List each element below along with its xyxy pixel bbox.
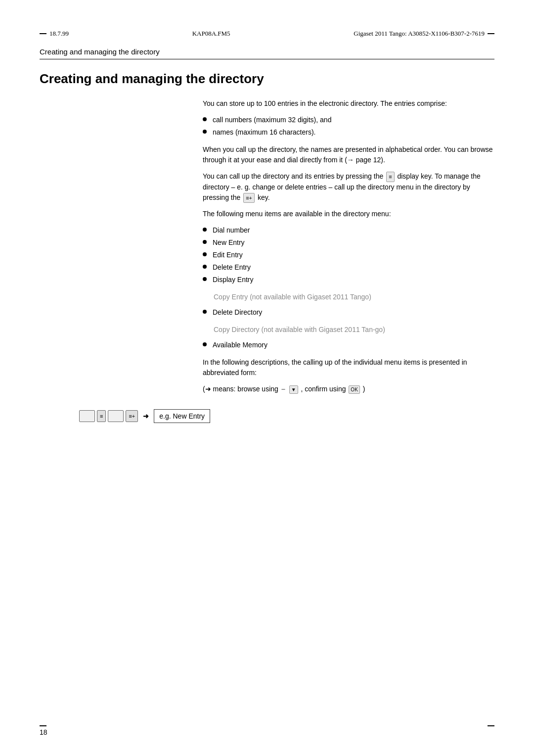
abbrev-note-line: (➜ means: browse using ▼ , confirm using… — [203, 384, 494, 394]
header-rule-left-icon — [40, 33, 46, 34]
list-item: Display Entry — [203, 275, 494, 285]
list-item: names (maximum 16 characters). — [203, 127, 494, 138]
copy-directory-note: Copy Directory (not available with Gigas… — [214, 325, 494, 335]
menu-items-list: Dial number New Entry Edit Entry Delete … — [203, 225, 494, 285]
bullet-icon — [203, 342, 207, 346]
menu-intro-paragraph: The following menu items are available i… — [203, 209, 494, 219]
display-key-btn[interactable]: ≡ — [97, 410, 106, 422]
breadcrumb: Creating and managing the directory — [40, 47, 494, 56]
display-key-icon: ≡ — [386, 172, 394, 182]
page: 18.7.99 KAP08A.FM5 Gigaset 2011 Tango: A… — [0, 0, 534, 756]
abbrev-note-mid: , confirm using — [301, 385, 346, 393]
footer-rule-left-icon — [40, 725, 46, 726]
nav-btn-1[interactable] — [79, 410, 95, 422]
bullet-icon — [203, 265, 207, 269]
bullet-icon — [203, 130, 207, 134]
bullet-text: call numbers (maximum 32 digits), and — [213, 115, 331, 125]
list-item: Delete Directory — [203, 307, 494, 318]
section-divider — [40, 59, 494, 59]
arrow-right-icon: ➜ — [143, 412, 149, 421]
header-left: 18.7.99 — [40, 30, 69, 38]
footer-rule-right-icon — [488, 725, 494, 726]
page-number: 18 — [40, 728, 47, 736]
header-right: Gigaset 2011 Tango: A30852-X1106-B307-2-… — [354, 30, 494, 38]
bullet-icon — [203, 117, 207, 121]
menu-items-list-3: Available Memory — [203, 340, 494, 350]
header-date: 18.7.99 — [49, 30, 69, 38]
alphabetical-paragraph: When you call up the directory, the name… — [203, 144, 494, 165]
intro-paragraph: You can store up to 100 entries in the e… — [203, 98, 494, 109]
menu-item-delete: Delete Entry — [213, 262, 251, 273]
bullet-icon — [203, 277, 207, 281]
copy-entry-note: Copy Entry (not available with Gigaset 2… — [214, 292, 494, 302]
header-filename: KAP08A.FM5 — [192, 30, 230, 38]
header-rule-right-icon — [488, 33, 494, 34]
list-item: Dial number — [203, 225, 494, 236]
list-item: Edit Entry — [203, 250, 494, 260]
bullet-icon — [203, 228, 207, 232]
menu-item-memory: Available Memory — [213, 340, 267, 350]
menu-item-delete-dir: Delete Directory — [213, 307, 262, 318]
menu-item-dial: Dial number — [213, 225, 250, 236]
menu-key-btn[interactable]: ≡+ — [126, 410, 138, 422]
right-column: You can store up to 100 entries in the e… — [203, 98, 494, 400]
bullet-text: names (maximum 16 characters). — [213, 127, 316, 138]
menu-item-display: Display Entry — [213, 275, 253, 285]
menu-item-new: New Entry — [213, 237, 245, 248]
display-key-paragraph: You can call up the directory and its en… — [203, 171, 494, 203]
bullet-icon — [203, 240, 207, 244]
bottom-nav: ≡ ≡+ ➜ e.g. New Entry — [79, 409, 494, 423]
page-header: 18.7.99 KAP08A.FM5 Gigaset 2011 Tango: A… — [40, 30, 494, 38]
display-key-text-before: You can call up the directory and its en… — [203, 172, 383, 180]
list-item: Available Memory — [203, 340, 494, 350]
list-item: Delete Entry — [203, 262, 494, 273]
list-item: New Entry — [203, 237, 494, 248]
new-entry-text: e.g. New Entry — [159, 412, 205, 420]
menu-item-edit: Edit Entry — [213, 250, 243, 260]
list-item: call numbers (maximum 32 digits), and — [203, 115, 494, 125]
abbrev-paragraph: In the following descriptions, the calli… — [203, 357, 494, 378]
content-area: You can store up to 100 entries in the e… — [40, 98, 494, 400]
display-key-text-end: key. — [258, 193, 270, 201]
nav-down-btn — [281, 389, 285, 390]
bullet-icon — [203, 310, 207, 314]
bullet-list-1: call numbers (maximum 32 digits), and na… — [203, 115, 494, 138]
abbrev-note-text: (➜ means: browse using — [203, 385, 278, 393]
page-title: Creating and managing the directory — [40, 71, 494, 87]
ok-btn-inline: OK — [349, 385, 359, 394]
menu-key-icon: ≡+ — [243, 193, 255, 203]
nav-btn-2[interactable] — [108, 410, 124, 422]
new-entry-label: e.g. New Entry — [154, 409, 210, 423]
nav-arrow-btn: ▼ — [289, 385, 298, 394]
abbrev-note-end: ) — [363, 385, 365, 393]
menu-items-list-2: Delete Directory — [203, 307, 494, 318]
bullet-icon — [203, 252, 207, 256]
header-product: Gigaset 2011 Tango: A30852-X1106-B307-2-… — [354, 30, 485, 38]
